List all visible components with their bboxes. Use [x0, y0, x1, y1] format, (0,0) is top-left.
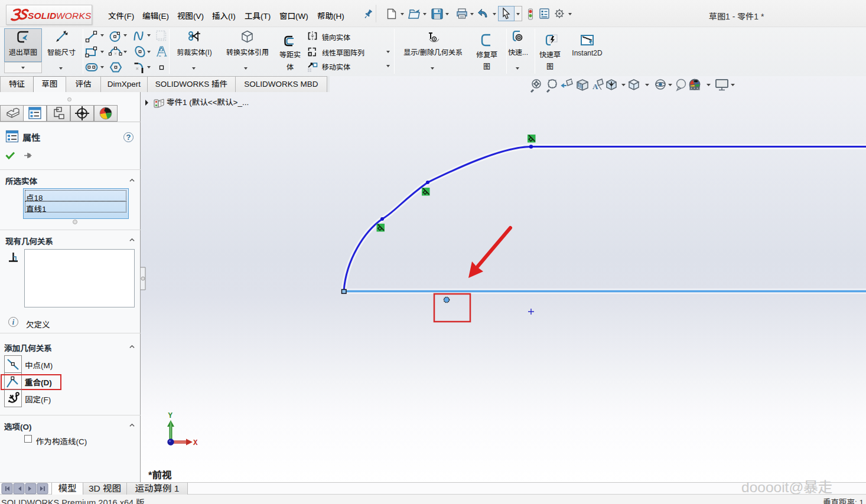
svg-text:A: A: [592, 82, 598, 91]
svg-text:Y: Y: [168, 412, 173, 420]
svg-text:X: X: [193, 439, 198, 447]
